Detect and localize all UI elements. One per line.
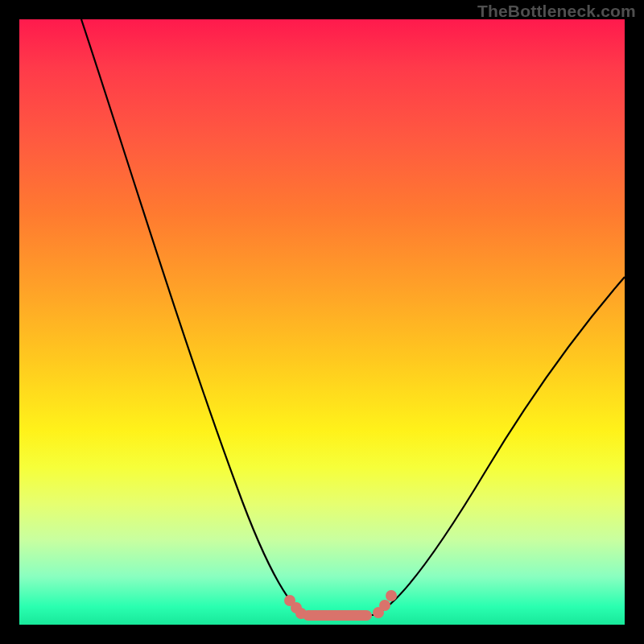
watermark-text: TheBottleneck.com xyxy=(477,2,636,21)
chart-frame xyxy=(19,19,625,625)
plot-background xyxy=(19,19,625,625)
